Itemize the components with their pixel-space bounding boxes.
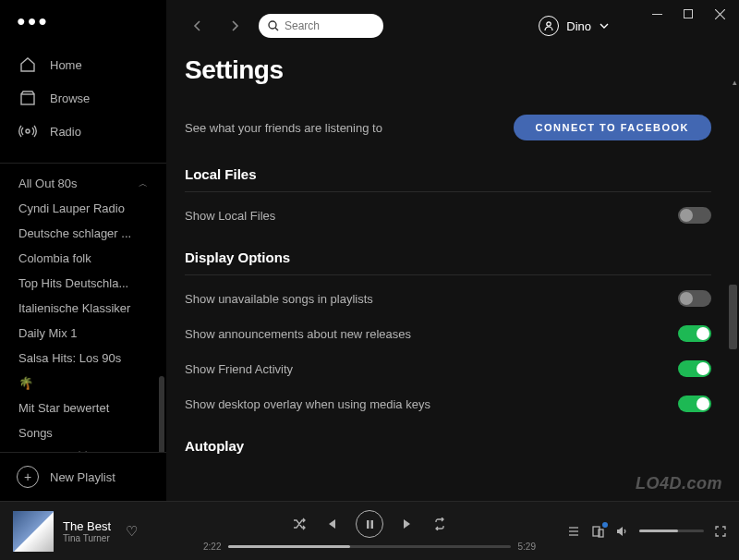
search-input[interactable] [285, 19, 374, 32]
setting-label: Show Local Files [185, 209, 275, 223]
connect-facebook-button[interactable]: CONNECT TO FACEBOOK [514, 115, 711, 140]
album-art[interactable] [13, 511, 54, 552]
previous-button[interactable] [324, 517, 337, 530]
playlist-item[interactable]: Daily Mix 1 [0, 321, 166, 346]
devices-button[interactable] [591, 525, 604, 538]
sidebar-scrollbar[interactable] [159, 376, 164, 452]
next-button[interactable] [402, 517, 415, 530]
setting-label: Show desktop overlay when using media ke… [185, 397, 430, 411]
setting-label: Show unavailable songs in playlists [185, 292, 373, 306]
track-title[interactable]: The Best [63, 519, 111, 533]
progress-bar[interactable] [228, 545, 510, 548]
time-current: 2:22 [203, 542, 221, 552]
window-close-button[interactable] [713, 7, 726, 20]
setting-label: Show announcements about new releases [185, 327, 411, 341]
window-maximize-button[interactable] [682, 7, 695, 20]
playlist-list: All Out 80s︿ Cyndi Lauper Radio Deutsche… [0, 163, 166, 452]
queue-button[interactable] [567, 525, 580, 538]
chevron-down-icon [599, 20, 610, 31]
volume-slider[interactable] [639, 530, 704, 532]
svg-rect-1 [684, 10, 693, 18]
nav-browse[interactable]: Browse [0, 81, 166, 115]
toggle-show-local-files[interactable] [678, 207, 711, 224]
page-title: Settings [185, 55, 711, 85]
avatar-icon [539, 16, 559, 36]
window-minimize-button[interactable] [650, 7, 663, 20]
heart-icon[interactable]: ♡ [126, 523, 138, 540]
settings-pane: Settings See what your friends are liste… [166, 52, 739, 501]
browse-icon [18, 89, 37, 107]
playlist-item[interactable]: 🌴 [0, 371, 166, 396]
svg-point-5 [26, 129, 30, 133]
playlist-item[interactable]: Italienische Klassiker [0, 296, 166, 321]
svg-point-6 [269, 21, 276, 29]
chevron-down-icon[interactable]: ﹀ [0, 445, 166, 452]
toggle-unavailable-songs[interactable] [678, 290, 711, 307]
main-scrollbar[interactable] [729, 285, 737, 349]
section-local-files: Local Files [185, 150, 711, 192]
playlist-item[interactable]: All Out 80s︿ [0, 171, 166, 196]
playlist-item[interactable]: Salsa Hits: Los 90s [0, 346, 166, 371]
time-total: 5:29 [518, 542, 536, 552]
repeat-button[interactable] [433, 517, 446, 530]
radio-icon [18, 122, 37, 140]
toggle-friend-activity[interactable] [678, 360, 711, 377]
volume-icon[interactable] [615, 525, 628, 538]
chevron-up-icon[interactable]: ︿ [139, 177, 148, 190]
new-playlist-label: New Playlist [50, 470, 115, 484]
section-display-options: Display Options [185, 233, 711, 275]
nav-home-label: Home [50, 58, 82, 72]
section-autoplay: Autoplay [185, 421, 711, 463]
user-name: Dino [566, 19, 591, 33]
expand-button[interactable] [715, 526, 726, 537]
nav-radio[interactable]: Radio [0, 115, 166, 148]
svg-rect-4 [21, 94, 34, 104]
nav-back-button[interactable] [185, 13, 211, 39]
playlist-item[interactable]: Songs [0, 420, 166, 445]
new-playlist-button[interactable]: + New Playlist [0, 452, 166, 501]
nav-forward-button[interactable] [222, 13, 248, 39]
sidebar: ●●● Home Browse Radio All Out 80s︿ Cyndi… [0, 0, 166, 501]
scroll-up-caret[interactable]: ▴ [733, 78, 737, 87]
facebook-row-label: See what your friends are listening to [185, 121, 382, 135]
nav-browse-label: Browse [50, 91, 90, 105]
nav-radio-label: Radio [50, 125, 81, 139]
track-artist[interactable]: Tina Turner [63, 533, 111, 543]
facebook-row: See what your friends are listening to C… [185, 105, 711, 150]
svg-point-8 [547, 22, 551, 26]
nav-home[interactable]: Home [0, 48, 166, 81]
playlist-item[interactable]: Mit Star bewertet [0, 396, 166, 420]
app-menu-button[interactable]: ●●● [0, 0, 166, 48]
svg-rect-10 [370, 520, 373, 529]
playlist-item[interactable]: Top Hits Deutschla... [0, 271, 166, 296]
playlist-item[interactable]: Colombia folk [0, 246, 166, 271]
toggle-announcements[interactable] [678, 325, 711, 342]
player-bar: The Best Tina Turner ♡ 2:22 5:29 [0, 501, 739, 560]
setting-label: Show Friend Activity [185, 362, 293, 376]
shuffle-button[interactable] [293, 517, 306, 530]
svg-line-7 [275, 28, 278, 30]
toggle-desktop-overlay[interactable] [678, 396, 711, 412]
search-box[interactable] [259, 14, 383, 38]
playlist-item[interactable]: Deutsche schlager ... [0, 221, 166, 246]
search-icon [268, 20, 279, 31]
plus-icon: + [17, 466, 39, 488]
play-pause-button[interactable] [356, 510, 383, 538]
svg-rect-9 [367, 520, 370, 529]
home-icon [18, 55, 37, 74]
playlist-item[interactable]: Cyndi Lauper Radio [0, 196, 166, 221]
